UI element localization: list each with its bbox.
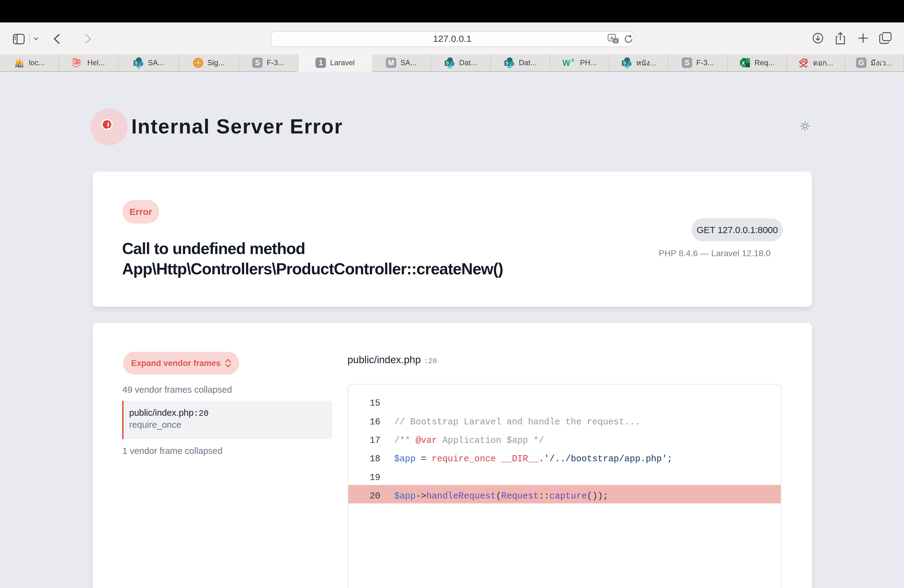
svg-text:S: S xyxy=(135,60,138,65)
svg-text:W: W xyxy=(563,58,571,68)
svg-text:S: S xyxy=(506,60,509,65)
svg-text:PMA: PMA xyxy=(15,64,24,68)
svg-text:X: X xyxy=(742,60,745,66)
svg-text:S: S xyxy=(623,60,626,65)
svg-text:x: x xyxy=(615,39,617,43)
svg-text:3: 3 xyxy=(571,57,574,63)
svg-text:S: S xyxy=(446,60,449,65)
